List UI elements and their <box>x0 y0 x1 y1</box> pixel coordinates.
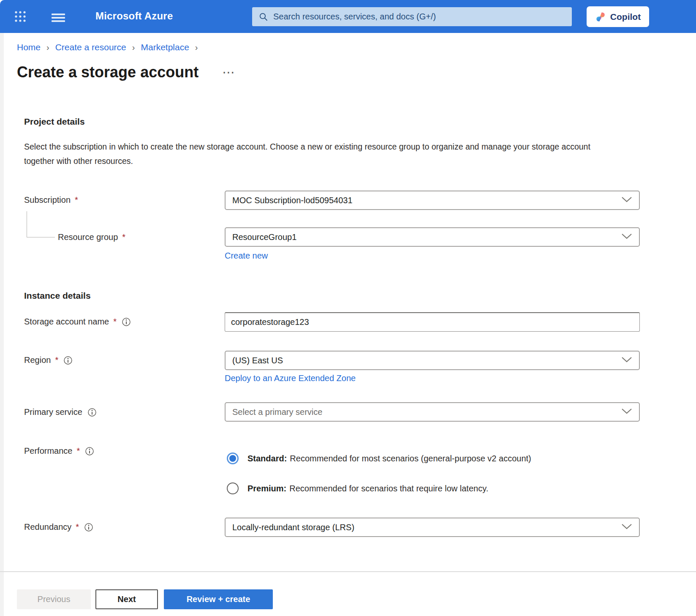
subscription-select[interactable]: MOC Subscription-lod50954031 <box>225 191 640 210</box>
breadcrumb-create-a-resource[interactable]: Create a resource <box>55 42 126 52</box>
performance-standard-text: Standard:Recommended for most scenarios … <box>247 454 531 463</box>
primary-service-select[interactable]: Select a primary service <box>225 402 640 422</box>
required-marker: * <box>113 317 117 327</box>
page-left-gutter <box>0 33 4 616</box>
global-search[interactable] <box>252 7 572 26</box>
product-title: Microsoft Azure <box>95 10 173 22</box>
more-options-button[interactable]: ⋯ <box>220 68 237 76</box>
hamburger-icon <box>52 14 65 15</box>
subscription-value: MOC Subscription-lod50954031 <box>232 196 353 205</box>
search-icon <box>259 12 268 22</box>
hamburger-menu-button[interactable] <box>50 11 67 22</box>
region-select[interactable]: (US) East US <box>225 351 640 370</box>
primary-service-label: Primary service <box>24 407 97 417</box>
instance-details-heading: Instance details <box>24 291 91 301</box>
title-row: Create a storage account ⋯ <box>17 63 237 81</box>
extended-zone-link[interactable]: Deploy to an Azure Extended Zone <box>225 373 356 383</box>
breadcrumb-separator: › <box>132 43 135 52</box>
required-marker: * <box>77 446 80 456</box>
waffle-icon <box>14 10 27 23</box>
copilot-button[interactable]: Copilot <box>587 6 649 27</box>
chevron-down-icon <box>621 523 632 531</box>
subscription-resource-group-connector <box>27 211 55 237</box>
create-new-link[interactable]: Create new <box>225 251 268 261</box>
page-title: Create a storage account <box>17 63 198 81</box>
required-marker: * <box>75 195 78 205</box>
search-input[interactable] <box>272 11 572 22</box>
project-details-description: Select the subscription in which to crea… <box>24 139 611 168</box>
previous-button[interactable]: Previous <box>17 589 91 609</box>
project-details-heading: Project details <box>24 117 85 127</box>
copilot-label: Copilot <box>610 12 641 22</box>
breadcrumb-home[interactable]: Home <box>17 42 41 52</box>
breadcrumb-marketplace[interactable]: Marketplace <box>141 42 189 52</box>
app-launcher-button[interactable] <box>14 10 28 24</box>
info-icon[interactable] <box>84 523 93 532</box>
resource-group-select[interactable]: ResourceGroup1 <box>225 227 640 247</box>
storage-account-name-input[interactable] <box>225 312 640 332</box>
redundancy-select[interactable]: Locally-redundant storage (LRS) <box>225 518 640 537</box>
copilot-icon <box>595 11 606 22</box>
breadcrumb-separator: › <box>46 43 49 52</box>
info-icon[interactable] <box>122 317 131 327</box>
redundancy-label: Redundancy* <box>24 522 93 532</box>
performance-label: Performance* <box>24 446 94 456</box>
chevron-down-icon <box>621 196 632 204</box>
required-marker: * <box>122 232 125 242</box>
info-icon[interactable] <box>87 408 97 417</box>
top-bar: Microsoft Azure <box>0 0 696 33</box>
subscription-label: Subscription* <box>24 195 78 205</box>
redundancy-value: Locally-redundant storage (LRS) <box>232 523 354 532</box>
chevron-down-icon <box>621 357 632 364</box>
resource-group-label: Resource group* <box>58 232 125 242</box>
next-button[interactable]: Next <box>95 589 158 609</box>
info-icon[interactable] <box>63 356 73 365</box>
review-create-button[interactable]: Review + create <box>164 589 273 609</box>
resource-group-value: ResourceGroup1 <box>232 232 296 242</box>
breadcrumb: Home › Create a resource › Marketplace › <box>17 42 204 52</box>
breadcrumb-separator: › <box>195 43 198 52</box>
performance-option-premium[interactable]: Premium:Recommended for scenarios that r… <box>227 482 488 494</box>
chevron-down-icon <box>621 408 632 416</box>
info-icon[interactable] <box>85 447 94 456</box>
radio-selected-icon <box>227 452 239 464</box>
primary-service-placeholder: Select a primary service <box>232 407 322 417</box>
footer-divider <box>0 571 696 572</box>
region-label: Region* <box>24 355 73 365</box>
required-marker: * <box>55 355 58 365</box>
performance-premium-text: Premium:Recommended for scenarios that r… <box>247 484 488 493</box>
performance-option-standard[interactable]: Standard:Recommended for most scenarios … <box>227 452 531 464</box>
region-value: (US) East US <box>232 356 283 365</box>
chevron-down-icon <box>621 233 632 241</box>
storage-account-name-label: Storage account name* <box>24 317 131 327</box>
required-marker: * <box>76 522 79 532</box>
radio-unselected-icon <box>227 482 239 494</box>
